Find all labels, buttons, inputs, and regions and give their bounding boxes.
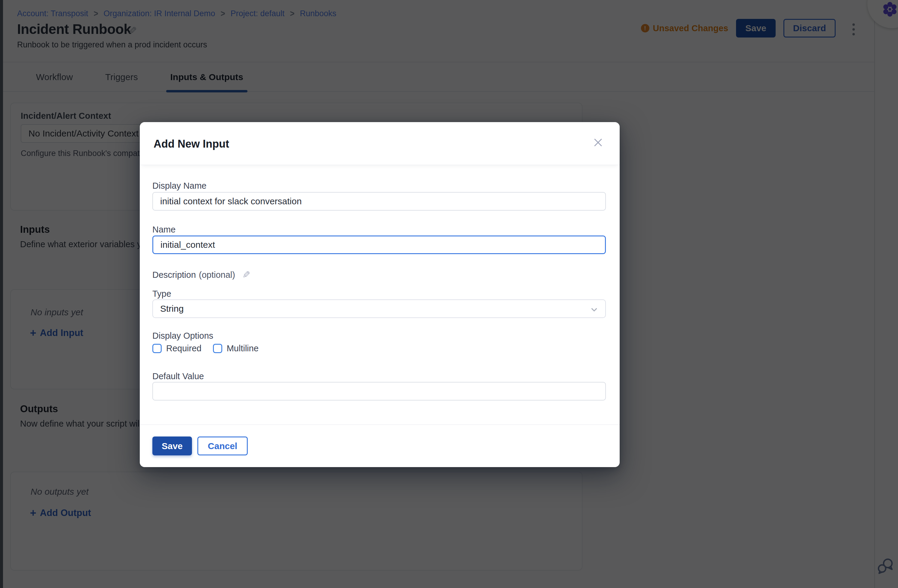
modal-title: Add New Input (154, 138, 229, 150)
display-options-label: Display Options (152, 331, 213, 341)
kebab-menu-icon[interactable] (850, 20, 856, 38)
edit-title-icon[interactable]: ✎ (128, 25, 137, 37)
description-label: Description (152, 270, 196, 280)
display-options-row: Required Multiline (152, 343, 270, 353)
unsaved-changes-label: Unsaved Changes (653, 23, 728, 33)
breadcrumb-runbooks-link[interactable]: Runbooks (300, 9, 337, 18)
modal-save-button[interactable]: Save (152, 437, 192, 456)
name-input[interactable] (152, 236, 606, 254)
plus-icon: + (30, 328, 36, 337)
required-checkbox-label: Required (166, 343, 201, 353)
close-icon (592, 137, 604, 148)
warning-icon: ! (641, 24, 649, 32)
tab-triggers[interactable]: Triggers (101, 62, 142, 92)
tab-inputs-outputs[interactable]: Inputs & Outputs (166, 62, 248, 92)
type-label: Type (152, 289, 171, 299)
discard-button[interactable]: Discard (783, 19, 836, 37)
page-title: Incident Runbook (17, 21, 131, 37)
required-checkbox-item[interactable]: Required (152, 343, 201, 353)
default-value-label: Default Value (152, 371, 204, 381)
description-optional-label: (optional) (199, 270, 235, 280)
breadcrumb-separator-icon: > (221, 8, 225, 19)
edit-description-icon[interactable]: ✎ (242, 269, 251, 280)
multiline-checkbox[interactable] (213, 344, 222, 353)
type-select-value: String (160, 303, 183, 314)
unsaved-changes-badge: ! Unsaved Changes (641, 23, 728, 33)
header-actions: ! Unsaved Changes Save Discard (641, 18, 836, 38)
inputs-empty-text: No inputs yet (31, 307, 83, 317)
flower-logo-icon (881, 1, 898, 18)
breadcrumb-account-link[interactable]: Account: Transposit (17, 9, 88, 18)
app-screen: Account: Transposit > Organization: IR I… (0, 0, 898, 588)
window-edge (0, 0, 3, 588)
context-help-text: Configure this Runbook's compatibi (21, 149, 148, 158)
outputs-section-title: Outputs (20, 403, 58, 415)
chat-launcher[interactable] (877, 557, 894, 574)
breadcrumb-organization-link[interactable]: Organization: IR Internal Demo (103, 9, 215, 18)
breadcrumb-project-link[interactable]: Project: default (231, 9, 284, 18)
modal-header: Add New Input (140, 122, 620, 165)
multiline-checkbox-item[interactable]: Multiline (213, 343, 258, 353)
outputs-section-subtitle: Now define what your script will ma (20, 419, 156, 429)
context-label: Incident/Alert Context (21, 111, 111, 121)
outputs-empty-text: No outputs yet (31, 486, 89, 497)
tab-workflow[interactable]: Workflow (32, 62, 77, 92)
outputs-card: No outputs yet + Add Output (10, 472, 583, 571)
inputs-section-title: Inputs (20, 224, 50, 235)
modal-footer: Save Cancel (140, 425, 620, 467)
add-output-button[interactable]: + Add Output (30, 508, 91, 519)
context-select-value: No Incident/Activity Context (29, 128, 138, 139)
avatar[interactable] (867, 0, 898, 28)
default-value-input[interactable] (152, 382, 606, 400)
close-button[interactable] (592, 136, 605, 149)
chevron-down-icon (590, 306, 598, 314)
chat-bubbles-icon (877, 557, 894, 574)
name-label: Name (152, 225, 175, 235)
save-button-header[interactable]: Save (736, 19, 776, 37)
page-subtitle: Runbook to be triggered when a prod inci… (17, 40, 207, 49)
breadcrumb-separator-icon: > (94, 8, 98, 19)
plus-icon: + (30, 508, 36, 517)
modal-cancel-button[interactable]: Cancel (197, 437, 248, 456)
type-select[interactable]: String (152, 299, 606, 318)
required-checkbox[interactable] (152, 344, 161, 353)
add-output-label: Add Output (40, 508, 91, 519)
add-input-label: Add Input (40, 328, 83, 339)
display-name-input[interactable] (152, 192, 606, 211)
breadcrumb: Account: Transposit > Organization: IR I… (17, 9, 337, 18)
tab-bar: Workflow Triggers Inputs & Outputs (3, 62, 874, 92)
add-input-modal: Add New Input Display Name Name Descript… (140, 122, 620, 467)
multiline-checkbox-label: Multiline (227, 343, 258, 353)
display-name-label: Display Name (152, 181, 207, 191)
inputs-section-subtitle: Define what exterior variables your (20, 239, 154, 249)
description-row: Description (optional) ✎ (152, 269, 251, 280)
content-right-divider (874, 0, 875, 588)
breadcrumb-separator-icon: > (290, 8, 295, 19)
add-input-button[interactable]: + Add Input (30, 328, 83, 339)
